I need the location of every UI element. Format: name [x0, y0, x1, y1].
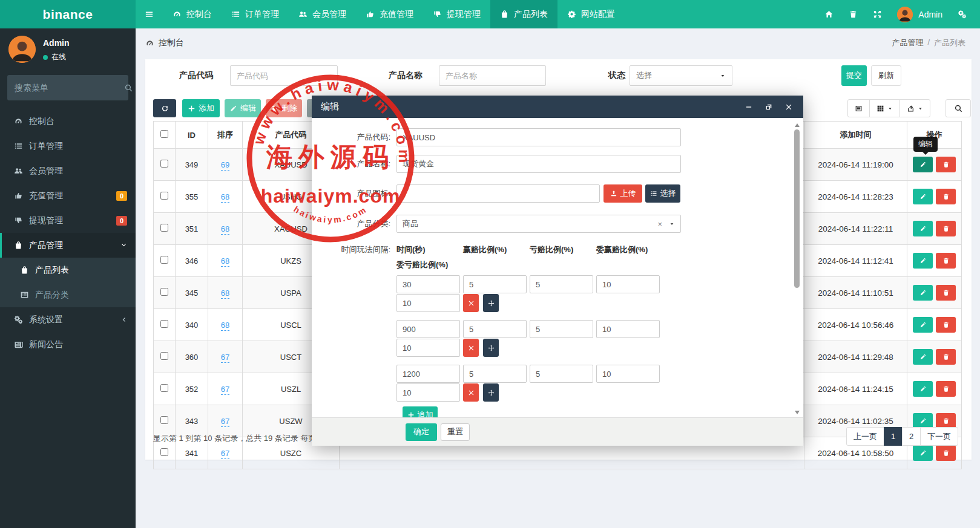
- minimize-icon[interactable]: [745, 103, 752, 111]
- close-icon[interactable]: [785, 103, 792, 111]
- row-edit-button[interactable]: [913, 157, 933, 172]
- row-edit-button[interactable]: [913, 349, 933, 365]
- lose-ratio-input[interactable]: [530, 275, 593, 293]
- delete-button[interactable]: 删除: [266, 99, 302, 117]
- trash-icon[interactable]: [849, 10, 858, 19]
- nav-item-site-config[interactable]: 网站配置: [557, 0, 625, 28]
- sidebar-item-orders[interactable]: 订单管理: [0, 134, 136, 158]
- row-edit-button[interactable]: [913, 445, 933, 461]
- pagination-page-1[interactable]: 1: [884, 427, 903, 446]
- dlose-ratio-input[interactable]: [396, 383, 460, 402]
- name-field[interactable]: [396, 155, 681, 173]
- product-code-input[interactable]: [230, 65, 338, 86]
- submit-button[interactable]: 提交: [841, 65, 867, 86]
- user-menu[interactable]: Admin: [897, 7, 942, 22]
- search-icon[interactable]: [124, 83, 133, 93]
- move-row-button[interactable]: [483, 294, 499, 312]
- row-checkbox[interactable]: [160, 448, 168, 456]
- row-checkbox[interactable]: [160, 288, 168, 296]
- remove-row-button[interactable]: [463, 294, 479, 312]
- row-delete-button[interactable]: [936, 221, 956, 236]
- row-checkbox[interactable]: [160, 192, 168, 200]
- nav-item-orders[interactable]: 订单管理: [222, 0, 289, 28]
- sort-link[interactable]: 68: [221, 288, 229, 299]
- reset-button[interactable]: 重置: [441, 423, 470, 441]
- pagination-next[interactable]: 下一页: [920, 427, 958, 446]
- category-select[interactable]: 商品 ×: [396, 215, 681, 233]
- row-edit-button[interactable]: [913, 285, 933, 301]
- sidebar-item-system-settings[interactable]: 系统设置: [0, 307, 136, 332]
- sidebar-item-withdraw[interactable]: 提现管理0: [0, 208, 136, 233]
- pagination-prev[interactable]: 上一页: [846, 427, 884, 446]
- row-delete-button[interactable]: [936, 381, 956, 397]
- win-ratio-input[interactable]: [463, 320, 527, 338]
- sidebar-item-news[interactable]: 新闻公告: [0, 332, 136, 357]
- dwin-ratio-input[interactable]: [596, 365, 660, 383]
- row-delete-button[interactable]: [936, 349, 956, 365]
- clear-selection-icon[interactable]: ×: [657, 220, 662, 229]
- win-ratio-input[interactable]: [463, 365, 527, 383]
- time-input[interactable]: [396, 365, 460, 383]
- remove-row-button[interactable]: [463, 383, 479, 402]
- nav-item-dashboard[interactable]: 控制台: [163, 0, 222, 28]
- dwin-ratio-input[interactable]: [596, 320, 660, 338]
- lose-ratio-input[interactable]: [530, 320, 593, 338]
- row-edit-button[interactable]: [913, 253, 933, 269]
- choose-button[interactable]: 选择: [645, 184, 680, 203]
- status-select[interactable]: 选择: [630, 65, 732, 86]
- breadcrumb-dashboard[interactable]: 控制台: [145, 37, 184, 48]
- pagination-page-2[interactable]: 2: [902, 427, 921, 446]
- lose-ratio-input[interactable]: [530, 365, 593, 383]
- icon-field[interactable]: [396, 184, 600, 203]
- nav-item-members[interactable]: 会员管理: [289, 0, 356, 28]
- maximize-icon[interactable]: [765, 103, 772, 111]
- row-edit-button[interactable]: [913, 317, 933, 333]
- sort-link[interactable]: 69: [221, 160, 229, 171]
- nav-item-withdraw[interactable]: 提现管理: [423, 0, 490, 28]
- refresh-button[interactable]: 刷新: [871, 65, 901, 86]
- win-ratio-input[interactable]: [463, 275, 527, 293]
- fullscreen-icon[interactable]: [873, 10, 882, 19]
- sort-link[interactable]: 67: [221, 353, 229, 363]
- online-status[interactable]: 在线: [43, 52, 70, 62]
- row-delete-button[interactable]: [936, 253, 956, 269]
- dialog-scrollbar[interactable]: [794, 121, 801, 417]
- scroll-down-icon[interactable]: [795, 411, 800, 417]
- columns-button[interactable]: [869, 99, 900, 117]
- breadcrumb-section[interactable]: 产品管理: [892, 37, 923, 48]
- ok-button[interactable]: 确定: [406, 423, 437, 441]
- row-checkbox[interactable]: [160, 256, 168, 264]
- row-edit-button[interactable]: [913, 221, 933, 236]
- move-row-button[interactable]: [483, 383, 499, 402]
- sort-link[interactable]: 67: [221, 449, 229, 459]
- table-refresh-button[interactable]: [153, 99, 176, 117]
- code-field[interactable]: [396, 128, 681, 146]
- sidebar-item-product-list[interactable]: 产品列表: [0, 258, 136, 282]
- sort-link[interactable]: 68: [221, 321, 229, 331]
- nav-item-recharge[interactable]: 充值管理: [356, 0, 423, 28]
- sort-link[interactable]: 67: [221, 385, 229, 395]
- row-delete-button[interactable]: [936, 317, 956, 333]
- move-row-button[interactable]: [483, 339, 499, 357]
- export-button[interactable]: [899, 99, 930, 117]
- dlose-ratio-input[interactable]: [396, 294, 460, 312]
- upload-button[interactable]: 上传: [603, 184, 642, 203]
- row-delete-button[interactable]: [936, 157, 956, 172]
- sort-link[interactable]: 68: [221, 256, 229, 267]
- row-checkbox[interactable]: [160, 224, 168, 232]
- sort-link[interactable]: 67: [221, 417, 229, 427]
- row-checkbox[interactable]: [160, 384, 168, 392]
- scrollbar-thumb[interactable]: [794, 129, 800, 288]
- time-input[interactable]: [396, 320, 460, 338]
- add-button[interactable]: 添加: [182, 99, 220, 117]
- row-edit-button[interactable]: [913, 189, 933, 204]
- brand-logo[interactable]: binance: [0, 0, 136, 28]
- row-delete-button[interactable]: [936, 445, 956, 461]
- select-all-checkbox[interactable]: [160, 130, 168, 138]
- sort-link[interactable]: 68: [221, 224, 229, 235]
- row-edit-button[interactable]: [913, 381, 933, 397]
- menu-search-input[interactable]: [15, 83, 124, 93]
- row-delete-button[interactable]: [936, 285, 956, 301]
- dlose-ratio-input[interactable]: [396, 339, 460, 357]
- time-input[interactable]: [396, 275, 460, 293]
